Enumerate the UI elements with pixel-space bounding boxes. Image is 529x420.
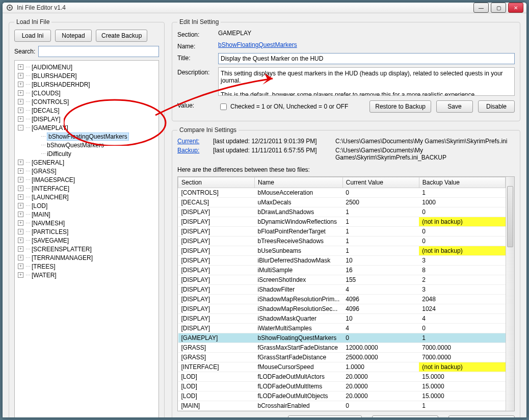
tree-node[interactable]: +⋯[PARTICLES]: [16, 227, 157, 236]
expand-icon[interactable]: +: [18, 90, 23, 96]
tree-node[interactable]: +⋯[CONTROLS]: [16, 97, 157, 106]
cell-section: [LOD]: [178, 391, 255, 401]
tree-node[interactable]: -⋯[GAMEPLAY]: [16, 123, 157, 132]
tree-node[interactable]: +⋯[SCREENSPLATTER]: [16, 245, 157, 253]
table-row[interactable]: [LOD]fLODFadeOutMultActors20.000015.0000: [178, 372, 506, 382]
tree-node[interactable]: +⋯[CLOUDS]: [16, 89, 157, 97]
load-ini-button[interactable]: Load Ini: [14, 30, 51, 42]
expand-icon[interactable]: +: [18, 255, 23, 260]
vertical-scrollbar[interactable]: [506, 177, 514, 411]
tree-node[interactable]: +⋯[WATER]: [16, 271, 157, 279]
value-checkbox[interactable]: [220, 103, 227, 110]
expand-icon[interactable]: +: [18, 82, 23, 87]
expand-icon[interactable]: +: [18, 99, 23, 104]
diff-table-container[interactable]: Section Name Current Value Backup Value …: [178, 177, 506, 411]
tree-node[interactable]: +⋯[GRASS]: [16, 167, 157, 175]
expand-icon[interactable]: +: [18, 238, 23, 243]
expand-icon[interactable]: +: [18, 246, 23, 252]
tree-node[interactable]: +⋯[DISPLAY]: [16, 115, 157, 123]
search-input[interactable]: [38, 46, 159, 57]
table-row[interactable]: [DISPLAY]iBlurDeferredShadowMask103: [178, 256, 506, 266]
table-row[interactable]: [DISPLAY]iShadowFilter43: [178, 285, 506, 295]
backup-link[interactable]: Backup:: [177, 147, 208, 161]
expand-icon[interactable]: +: [18, 116, 23, 122]
col-backup[interactable]: Backup Value: [419, 177, 505, 188]
tree-node[interactable]: +⋯[TERRAINMANAGER]: [16, 253, 157, 262]
expand-icon[interactable]: +: [18, 177, 23, 182]
merge-in-settings-button[interactable]: Merge In Settings: [448, 415, 515, 418]
col-current[interactable]: Current Value: [342, 177, 419, 188]
table-row[interactable]: [MAIN]bCrosshairEnabled01: [178, 401, 506, 411]
expand-icon[interactable]: +: [18, 220, 23, 226]
table-row[interactable]: [GAMEPLAY]bShowFloatingQuestMarkers01: [178, 333, 506, 343]
expand-icon[interactable]: +: [18, 160, 23, 165]
cell-backup: 15.0000: [419, 391, 505, 401]
table-row[interactable]: [GRASS]fGrassMaxStartFadeDistance12000.0…: [178, 343, 506, 353]
setting-name-link[interactable]: bShowFloatingQuestMarkers: [218, 41, 297, 48]
table-row[interactable]: [DISPLAY]iShadowMaskQuarter104: [178, 314, 506, 324]
tree-child-node[interactable]: ⋯iDifficulty: [16, 149, 157, 158]
table-row[interactable]: [CONTROLS]bMouseAcceleration01: [178, 188, 506, 198]
save-button[interactable]: Save: [436, 100, 473, 113]
table-row[interactable]: [LOD]fLODFadeOutMultItems20.000015.0000: [178, 382, 506, 391]
expand-icon[interactable]: +: [18, 186, 23, 191]
title-input[interactable]: [218, 53, 515, 64]
description-textarea[interactable]: This setting displays the quest markers …: [218, 67, 515, 96]
expand-icon[interactable]: +: [18, 229, 23, 234]
expand-icon[interactable]: +: [18, 73, 23, 78]
expand-icon[interactable]: +: [18, 64, 23, 70]
table-row[interactable]: [DISPLAY]iWaterMultiSamples40: [178, 324, 506, 333]
tree-node[interactable]: +⋯[AUDIOMENU]: [16, 63, 157, 71]
expand-icon[interactable]: -: [18, 125, 23, 130]
expand-icon[interactable]: +: [18, 108, 23, 113]
tree-child-node[interactable]: ⋯bShowQuestMarkers: [16, 141, 157, 149]
expand-icon[interactable]: +: [18, 194, 23, 200]
table-row[interactable]: [DISPLAY]iShadowMapResolutionSec...40961…: [178, 304, 506, 314]
restore-to-backup-button[interactable]: Restore to Backup: [369, 100, 431, 113]
tree-node[interactable]: +⋯[MAIN]: [16, 210, 157, 219]
notepad-button[interactable]: Notepad: [55, 30, 92, 42]
table-row[interactable]: [DISPLAY]iScreenShotIndex1552: [178, 275, 506, 285]
tree-node[interactable]: +⋯[INTERFACE]: [16, 184, 157, 193]
table-row[interactable]: [DISPLAY]bUseSunbeams1(not in backup): [178, 246, 506, 256]
load-backup-compare-button[interactable]: Load Backup/Compare: [288, 415, 362, 418]
table-row[interactable]: [DISPLAY]bFloatPointRenderTarget10: [178, 227, 506, 237]
table-row[interactable]: [GRASS]fGrassStartFadeDistance25000.0000…: [178, 353, 506, 362]
table-row[interactable]: [LOD]fLODFadeOutMultObjects20.000015.000…: [178, 391, 506, 401]
expand-icon[interactable]: +: [18, 168, 23, 174]
tree-node[interactable]: +⋯[NAVMESH]: [16, 219, 157, 227]
expand-icon[interactable]: +: [18, 212, 23, 217]
disable-button[interactable]: Disable: [478, 100, 515, 113]
table-row[interactable]: [DISPLAY]bDynamicWindowReflections1(not …: [178, 217, 506, 227]
tree-child-node[interactable]: ⋯bShowFloatingQuestMarkers: [16, 132, 157, 141]
col-name[interactable]: Name: [255, 177, 343, 188]
titlebar[interactable]: Ini File Editor v1.4 — ▢ ✕: [3, 3, 526, 13]
table-row[interactable]: [DISPLAY]bDrawLandShadows10: [178, 207, 506, 217]
tree-node[interactable]: +⋯[LOD]: [16, 201, 157, 210]
section-tree[interactable]: +⋯[AUDIOMENU]+⋯[BLURSHADER]+⋯[BLURSHADER…: [14, 60, 159, 418]
scrollbar-thumb[interactable]: [507, 186, 513, 247]
expand-icon[interactable]: +: [18, 203, 23, 208]
table-row[interactable]: [DISPLAY]iMultiSample168: [178, 266, 506, 275]
maximize-button[interactable]: ▢: [491, 3, 506, 13]
table-row[interactable]: [INTERFACE]fMouseCursorSpeed1.0000(not i…: [178, 362, 506, 372]
create-backup-button[interactable]: Create Backup: [96, 30, 147, 42]
tree-node[interactable]: +⋯[IMAGESPACE]: [16, 175, 157, 184]
close-button[interactable]: ✕: [508, 3, 523, 13]
table-row[interactable]: [DECALS]uMaxDecals25001000: [178, 198, 506, 207]
build-compare-ini-button[interactable]: Build Compare Ini: [372, 415, 438, 418]
expand-icon[interactable]: +: [18, 272, 23, 278]
tree-node[interactable]: +⋯[LAUNCHER]: [16, 193, 157, 201]
tree-node[interactable]: +⋯[BLURSHADER]: [16, 71, 157, 80]
table-row[interactable]: [DISPLAY]bTreesReceiveShadows10: [178, 237, 506, 246]
tree-node[interactable]: +⋯[BLURSHADERHDR]: [16, 80, 157, 89]
tree-node[interactable]: +⋯[TREES]: [16, 262, 157, 271]
tree-node[interactable]: +⋯[SAVEGAME]: [16, 236, 157, 245]
current-link[interactable]: Current:: [177, 138, 208, 145]
tree-node[interactable]: +⋯[DECALS]: [16, 106, 157, 115]
col-section[interactable]: Section: [178, 177, 255, 188]
expand-icon[interactable]: +: [18, 264, 23, 269]
table-row[interactable]: [DISPLAY]iShadowMapResolutionPrim...4096…: [178, 295, 506, 304]
tree-node[interactable]: +⋯[GENERAL]: [16, 158, 157, 167]
minimize-button[interactable]: —: [473, 3, 489, 13]
